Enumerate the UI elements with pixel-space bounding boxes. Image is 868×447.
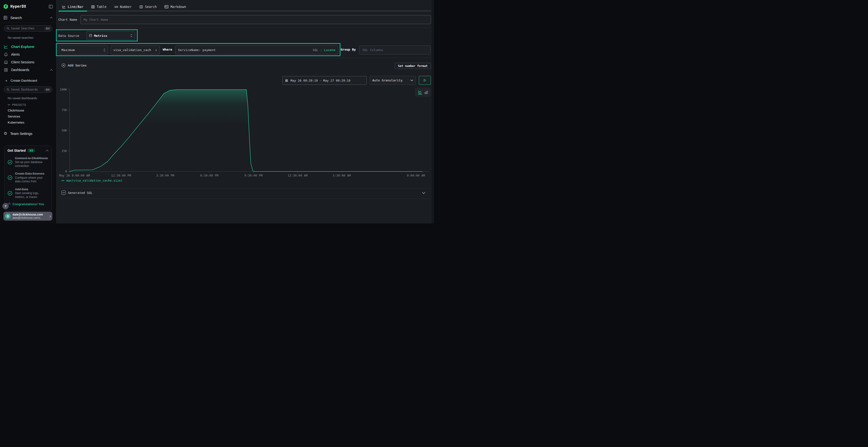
sidebar-section-search[interactable]: Search <box>0 9 56 23</box>
legend-line-swatch <box>61 180 64 181</box>
completion-banner-partial: Congratulations! You <box>7 202 49 206</box>
sidebar-item-chart-explorer[interactable]: Chart Explorer <box>0 43 56 50</box>
sql-mode-toggle[interactable]: SQL <box>313 48 318 52</box>
granularity-select[interactable]: Auto Granularity <box>370 76 416 85</box>
tab-underline-active <box>59 10 87 11</box>
help-button[interactable]: ? <box>2 203 9 209</box>
create-dashboard-button[interactable]: + Create Dashboard <box>0 77 56 84</box>
tab-line-bar[interactable]: Line/Bar <box>62 5 84 9</box>
dashboards-icon <box>4 68 8 72</box>
legend-item[interactable]: max(visa_validation_cache.size) <box>61 179 123 182</box>
updown-chevron-icon <box>130 34 132 37</box>
search-icon <box>6 88 9 91</box>
user-menu[interactable]: D dale@clickhouse.com dale@clickhouse.co… <box>3 212 52 220</box>
no-saved-searches-text: No saved searches <box>8 36 56 39</box>
get-started-item-desc: Start sending logs, metrics, or traces <box>15 192 49 199</box>
generated-sql-toggle[interactable]: <> Generated SQL <box>61 191 93 195</box>
brand-title: HyperDX <box>10 4 26 9</box>
get-started-item-sources[interactable]: Create Data Sources Configure where your… <box>7 172 49 183</box>
sidebar-item-label: Alerts <box>11 53 20 56</box>
avatar: D <box>5 213 10 219</box>
add-series-button[interactable]: Add Series <box>61 63 87 67</box>
chart-name-field[interactable] <box>81 15 431 24</box>
sidebar: HyperDX Search <box>0 0 56 224</box>
get-started-item-title: Create Data Sources <box>15 172 49 176</box>
updown-chevron-icon <box>103 48 105 52</box>
chevron-down-icon <box>8 104 10 105</box>
get-started-progress-badge: 3/3 <box>28 148 35 152</box>
saved-searches-input[interactable]: Saved Searches ⌘K <box>4 25 52 32</box>
divider <box>59 28 431 28</box>
get-started-item-desc: Configure where your data comes from <box>15 176 49 183</box>
sidebar-item-label: Dashboards <box>11 68 29 72</box>
code-icon: <> <box>61 191 66 195</box>
data-source-select[interactable]: Metrics <box>86 31 135 40</box>
database-icon <box>89 34 92 37</box>
tab-label: Markdown <box>170 5 186 9</box>
tab-number[interactable]: 123 Number <box>114 5 132 9</box>
svg-text:May 26 9:00:00 AM: May 26 9:00:00 AM <box>59 174 90 177</box>
remove-metric-icon[interactable]: × <box>155 48 157 52</box>
metric-name: visa_validation_cach <box>113 48 151 52</box>
svg-text:3:30:00 PM: 3:30:00 PM <box>156 174 174 177</box>
get-started-item-add-data[interactable]: Add Data Start sending logs, metrics, or… <box>7 187 49 199</box>
collapse-sidebar-icon[interactable] <box>49 5 53 8</box>
metric-tag[interactable]: visa_validation_cach × <box>111 45 160 55</box>
svg-text:9:30:00 PM: 9:30:00 PM <box>245 174 262 177</box>
sidebar-item-client-sessions[interactable]: Client Sessions <box>0 58 56 66</box>
preset-services[interactable]: Services <box>8 115 56 118</box>
chart-explorer-icon <box>4 45 8 49</box>
sidebar-item-dashboards[interactable]: Dashboards <box>0 66 56 74</box>
search-section-label: Search <box>10 16 22 20</box>
tab-underline-track <box>59 10 431 11</box>
set-number-format-button[interactable]: Set number format <box>395 63 431 69</box>
app-root: HyperDX Search <box>0 0 434 224</box>
tab-markdown[interactable]: Markdown <box>164 5 186 9</box>
presets-toggle[interactable]: PRESETS <box>8 103 56 106</box>
team-settings-label: Team Settings <box>10 132 32 136</box>
calendar-icon <box>285 79 288 82</box>
preset-clickhouse[interactable]: ClickHouse <box>8 109 56 112</box>
sidebar-item-alerts[interactable]: Alerts <box>0 50 56 58</box>
tab-search[interactable]: Search <box>140 5 157 9</box>
presets-label: PRESETS <box>12 103 26 106</box>
bell-icon <box>4 53 8 57</box>
tab-label: Search <box>145 5 157 9</box>
aggregation-select[interactable]: Maximum <box>59 45 108 55</box>
get-started-item-title: Add Data <box>15 187 49 191</box>
lucene-mode-toggle[interactable]: Lucene <box>324 48 335 52</box>
get-started-title: Get Started <box>7 148 26 152</box>
play-icon <box>424 79 426 82</box>
check-circle-icon <box>7 160 12 165</box>
timeseries-chart[interactable]: 025K50K75K100KMay 26 9:00:00 AM12:30:00 … <box>60 87 432 179</box>
generated-sql-label: Generated SQL <box>68 191 93 195</box>
table-icon <box>91 5 95 9</box>
markdown-icon <box>164 5 168 8</box>
chevron-down-icon[interactable] <box>422 192 425 194</box>
tab-label: Table <box>97 5 106 9</box>
aggregation-value: Maximum <box>61 48 75 52</box>
get-started-item-connect[interactable]: Connect to ClickHouse Set up your databa… <box>7 156 49 168</box>
svg-text:25K: 25K <box>61 149 67 153</box>
sidebar-item-label: Client Sessions <box>11 60 34 64</box>
user-org: dale@clickhouse.com's <box>12 216 48 219</box>
completion-banner-text: Congratulations! You <box>12 202 44 206</box>
preset-kubernetes[interactable]: Kubernetes <box>8 121 56 124</box>
date-range-picker[interactable]: May 26 09:29:19 - May 27 09:29:19 <box>282 76 367 85</box>
where-field[interactable]: ServiceName: payment SQL | Lucene <box>175 45 338 55</box>
team-settings-button[interactable]: ⚙ Team Settings <box>4 132 56 136</box>
chart-name-input[interactable] <box>83 18 428 22</box>
svg-text:12:30:00 AM: 12:30:00 AM <box>288 174 308 177</box>
chevron-up-icon[interactable] <box>46 150 49 151</box>
gear-icon: ⚙ <box>4 132 7 136</box>
group-by-field[interactable] <box>359 45 431 55</box>
get-started-item-title: Connect to ClickHouse <box>15 156 49 160</box>
tab-table[interactable]: Table <box>91 5 106 9</box>
group-by-input[interactable] <box>362 48 428 52</box>
saved-dashboards-input[interactable]: Saved Dashboards ⌘K <box>4 87 52 93</box>
shortcut-badge: ⌘K <box>44 27 51 30</box>
saved-searches-placeholder: Saved Searches <box>11 27 34 30</box>
run-query-button[interactable] <box>419 76 431 85</box>
where-value: ServiceName: payment <box>178 48 216 52</box>
divider <box>59 188 431 188</box>
